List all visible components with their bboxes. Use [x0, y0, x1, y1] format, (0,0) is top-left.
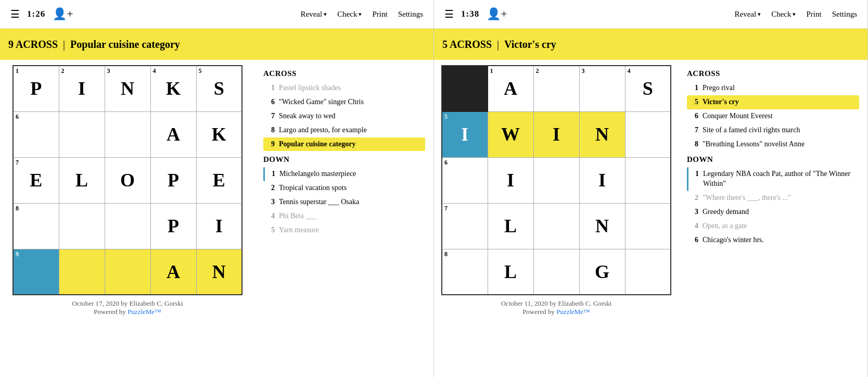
- reveal-button-1[interactable]: Reveal▾: [300, 10, 327, 19]
- puzzleme-link-1[interactable]: PuzzleMe™: [127, 308, 161, 316]
- grid-cell[interactable]: I: [579, 157, 625, 203]
- grid-cell[interactable]: N: [196, 249, 242, 295]
- hamburger-icon-2[interactable]: ☰: [444, 8, 454, 20]
- puzzleme-link-2[interactable]: PuzzleMe™: [556, 308, 590, 316]
- print-button-2[interactable]: Print: [806, 10, 821, 19]
- grid-cell[interactable]: [533, 157, 579, 203]
- cell-number: 3: [582, 68, 585, 74]
- grid-cell[interactable]: P: [150, 203, 196, 249]
- grid-cell[interactable]: 4K: [150, 66, 196, 111]
- grid-cell[interactable]: E: [196, 157, 242, 203]
- grid-cell[interactable]: 9: [13, 249, 59, 295]
- list-item[interactable]: 8"Breathing Lessons" novelist Anne: [687, 137, 859, 152]
- grid-cell[interactable]: [533, 203, 579, 249]
- grid-cell[interactable]: 8: [442, 249, 488, 295]
- grid-cell[interactable]: I: [533, 111, 579, 157]
- grid-cell[interactable]: I: [196, 203, 242, 249]
- cell-number: 5: [199, 68, 202, 74]
- grid-cell[interactable]: 8: [13, 203, 59, 249]
- print-button-1[interactable]: Print: [372, 10, 387, 19]
- grid-cell[interactable]: A: [150, 111, 196, 157]
- grid-cell[interactable]: [625, 157, 671, 203]
- grid-cell[interactable]: 5S: [196, 66, 242, 111]
- hamburger-icon[interactable]: ☰: [10, 8, 20, 20]
- grid-cell[interactable]: [105, 111, 150, 157]
- cell-letter: P: [168, 170, 179, 191]
- list-item[interactable]: 6Conquer Mount Everest: [687, 109, 859, 123]
- list-item[interactable]: 4Phi Beta ___: [263, 209, 425, 223]
- grid-cell[interactable]: [625, 203, 671, 249]
- grid-cell[interactable]: [533, 249, 579, 295]
- grid-cell[interactable]: 5I: [442, 111, 488, 157]
- list-item[interactable]: 9Popular cuisine category: [263, 137, 425, 152]
- down-list-2: 1Legendary NBA coach Pat, author of "The…: [687, 167, 859, 247]
- clue-banner-1: 9 ACROSS | Popular cuisine category: [0, 29, 433, 60]
- grid-cell[interactable]: [442, 66, 488, 111]
- grid-cell[interactable]: L: [488, 249, 533, 295]
- list-item[interactable]: 2Tropical vacation spots: [263, 181, 425, 195]
- grid-cell[interactable]: 2I: [59, 66, 105, 111]
- grid-cell[interactable]: [59, 203, 105, 249]
- grid-cell[interactable]: 3N: [105, 66, 150, 111]
- cell-letter: I: [78, 78, 85, 99]
- grid-cell[interactable]: [105, 203, 150, 249]
- list-item[interactable]: 3Greedy demand: [687, 205, 859, 219]
- grid-cell[interactable]: I: [488, 157, 533, 203]
- list-item[interactable]: 6Chicago's winter hrs.: [687, 233, 859, 247]
- grid-cell[interactable]: O: [105, 157, 150, 203]
- grid-cell[interactable]: 2: [533, 66, 579, 111]
- list-item[interactable]: 6"Wicked Game" singer Chris: [263, 95, 425, 109]
- footer-date-1: October 17, 2020 by Elizabeth C. Gorski: [72, 299, 183, 308]
- reveal-button-2[interactable]: Reveal▾: [734, 10, 761, 19]
- grid-cell[interactable]: 6: [13, 111, 59, 157]
- list-item[interactable]: 5Victor's cry: [687, 95, 859, 109]
- list-item[interactable]: 7Site of a famed civil rights march: [687, 123, 859, 137]
- grid-cell[interactable]: A: [150, 249, 196, 295]
- grid-cell[interactable]: 3: [579, 66, 625, 111]
- list-item[interactable]: 4Open, as a gate: [687, 219, 859, 233]
- grid-cell[interactable]: 7: [442, 203, 488, 249]
- settings-button-2[interactable]: Settings: [832, 10, 857, 19]
- grid-cell[interactable]: 4S: [625, 66, 671, 111]
- grid-cell[interactable]: N: [579, 111, 625, 157]
- grid-cell[interactable]: P: [150, 157, 196, 203]
- cell-letter: K: [166, 78, 181, 99]
- cell-letter: N: [595, 216, 609, 236]
- list-item[interactable]: 2"Where there's ___, there's ...": [687, 191, 859, 205]
- grid-cell[interactable]: G: [579, 249, 625, 295]
- grid-cell[interactable]: 7E: [13, 157, 59, 203]
- grid-cell[interactable]: [105, 249, 150, 295]
- list-item[interactable]: 1Prego rival: [687, 81, 859, 95]
- list-item[interactable]: 3Tennis superstar ___ Osaka: [263, 195, 425, 209]
- grid-cell[interactable]: W: [488, 111, 533, 157]
- grid-cell[interactable]: K: [196, 111, 242, 157]
- user-icon-1[interactable]: 👤+: [53, 7, 73, 21]
- grid-cell[interactable]: L: [488, 203, 533, 249]
- list-item[interactable]: 5Yarn measure: [263, 223, 425, 237]
- clue-number: 8: [690, 140, 698, 149]
- check-button-1[interactable]: Check▾: [337, 10, 362, 19]
- crossword-grid-2[interactable]: 1A234S5IWIN6II7LN8LG: [441, 65, 671, 295]
- list-item[interactable]: 1Michelangelo masterpiece: [263, 167, 425, 181]
- clue-number: 5: [690, 97, 698, 107]
- list-item[interactable]: 1Legendary NBA coach Pat, author of "The…: [687, 167, 859, 191]
- check-button-2[interactable]: Check▾: [771, 10, 796, 19]
- cell-letter: S: [214, 78, 224, 99]
- list-item[interactable]: 7Sneak away to wed: [263, 109, 425, 123]
- grid-cell[interactable]: [625, 249, 671, 295]
- user-icon-2[interactable]: 👤+: [487, 7, 507, 21]
- grid-cell[interactable]: 6: [442, 157, 488, 203]
- crossword-grid-1[interactable]: 1P2I3N4K5S6AK7ELOPE8PI9AN: [12, 65, 242, 295]
- grid-cell[interactable]: L: [59, 157, 105, 203]
- settings-button-1[interactable]: Settings: [398, 10, 423, 19]
- grid-cell[interactable]: [625, 111, 671, 157]
- cell-letter: O: [120, 170, 135, 191]
- cell-number: 2: [536, 68, 539, 74]
- grid-cell[interactable]: [59, 111, 105, 157]
- grid-cell[interactable]: 1A: [488, 66, 533, 111]
- list-item[interactable]: 1Pastel lipstick shades: [263, 81, 425, 95]
- grid-cell[interactable]: N: [579, 203, 625, 249]
- grid-cell[interactable]: [59, 249, 105, 295]
- grid-cell[interactable]: 1P: [13, 66, 59, 111]
- list-item[interactable]: 8Largo and presto, for example: [263, 123, 425, 137]
